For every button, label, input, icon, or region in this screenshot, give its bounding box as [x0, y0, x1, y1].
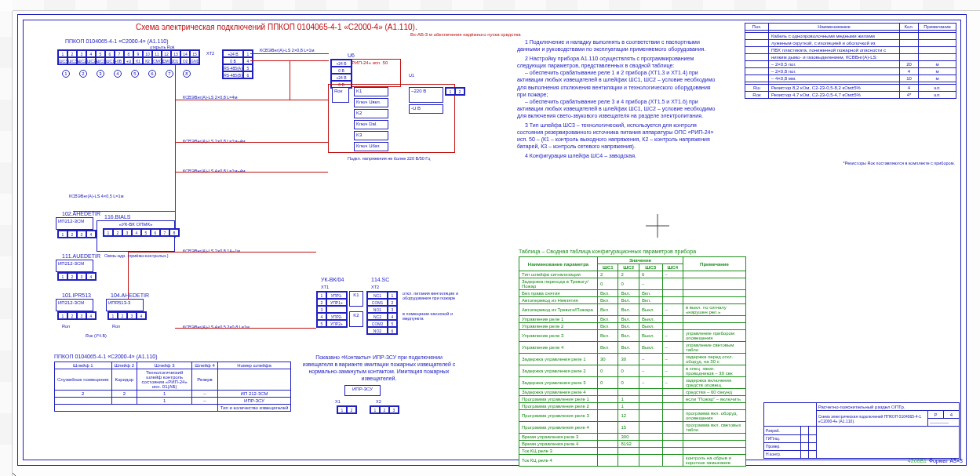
circle-3: 3: [97, 70, 104, 78]
main-device-terminals-names: ШС3-ШС3+ШС2-ШС2+ШС1-ШС1+0В+UК1К2CMC1CMC2…: [57, 56, 200, 65]
det-ref-2: 111.AUEDETIR: [62, 253, 100, 259]
det-terms-3: 1234: [57, 311, 97, 320]
det-box-1: ИП212-3СМ: [56, 217, 93, 230]
circle-5: 5: [131, 70, 139, 78]
ukvk-ref: 114.SC: [371, 277, 389, 282]
u1-rlabel: -U B: [409, 104, 443, 114]
circle-6: 6: [148, 70, 156, 78]
relay-k3: K3: [354, 131, 388, 140]
relay-note: Подкл. напряжения не более 220 В/50 Гц: [348, 156, 430, 161]
ukvk-k1: K1: [349, 291, 363, 307]
circle-2: 2: [79, 70, 87, 78]
ukvk-xt2: XT2: [371, 285, 379, 289]
det-ref-1: 102.AHEDETIR: [62, 211, 100, 216]
relay-kluch-ubkl: Ключ Uвкл.: [354, 98, 388, 107]
circle-7: 7: [166, 70, 173, 78]
main-device-label: ППКОП 0104065-4-1 «С2000-4» (А1.110): [65, 38, 169, 44]
ipr3su-note: Показано «Контакты» ИПР-3СУ при подключе…: [301, 354, 457, 382]
wire-label-3: КСВЭВнг(А)-LS 2×0,8 L=1м~4м: [183, 139, 245, 144]
ukvk-note2: в помещении насосной и медпункта: [403, 311, 473, 321]
ukvk-k2: K2: [349, 311, 363, 327]
det-ref-3: 101.IPR513: [62, 293, 91, 298]
wire-segment: [128, 252, 316, 253]
rok-label-3: Rок (УЧ.Б): [86, 333, 107, 338]
relay-kluch-dal: Ключ Dal.: [354, 120, 388, 129]
rip-ref: U6: [348, 53, 355, 58]
wire-label-6: КСВЭВнг(А)-LS 2×0,8 1A~1м: [183, 249, 240, 253]
wire-segment: [175, 142, 328, 143]
ukvk-note: откл. питания вентиляции и оборудования …: [403, 291, 473, 300]
rip-label: «РИП-24» исп. 50: [348, 60, 400, 66]
status-coord: 4268B1: [908, 458, 927, 463]
xt2-label: XT2: [206, 51, 214, 56]
circle-1: 1: [62, 70, 70, 78]
det-terms-2: 1234: [57, 272, 97, 281]
ukvk-label: УК-ВК/04: [321, 277, 344, 282]
relay-k1: K1: [354, 87, 388, 96]
ukvk-xt2-nums: 123456: [387, 291, 398, 335]
relay-k2: K2: [354, 109, 388, 118]
wire-segment: [250, 53, 329, 54]
status-format: Формат A3×3: [929, 458, 963, 463]
rok-label-2: Ron: [112, 324, 120, 329]
wire-label-7: КСВЭВнг(А)-LS 4×0,5 2×0,8 L=1м: [183, 325, 250, 329]
det-terms-1: 1234: [57, 230, 97, 238]
lower-table: Шлейф 1 Шлейф 2 Шлейф 3 Шлейф 4 Номер шл…: [54, 362, 291, 412]
ipr3su-x2-terms: 123: [370, 405, 399, 414]
ipr-ref: 104.AHEDETIR: [111, 293, 149, 298]
u1-terms-nums: 12: [445, 87, 465, 96]
ipr-terms: 1234: [107, 311, 147, 320]
config-table-title: Таблица – Сводная таблица конфигурационн…: [519, 248, 696, 255]
main-device-xt2-right: +24 В 0 В RS-485(A) RS-485(B): [222, 49, 244, 79]
wire-segment: [175, 328, 316, 329]
title-block: Расчетно-пояснительный раздел ОПТр. Схем…: [763, 402, 960, 459]
bom-footnote: *Резисторы Rок поставляются в комплекте …: [843, 161, 955, 165]
det-box-2: ИП212-3СМ: [56, 260, 93, 272]
ukvk-xt2-names: NC1 COM1 NO1 NC2 COM2 NO2: [366, 291, 388, 335]
cad-viewport[interactable]: Схема электрическая подключений ППКОП 01…: [0, 0, 980, 476]
bials-sub: Связь-адр. (приёмо-контрольн.): [104, 253, 175, 258]
rip-box: «РИП-24» исп. 50: [348, 59, 401, 87]
wire-segment: [175, 100, 328, 100]
config-table: Наименование параметра Значение Примечан…: [519, 256, 746, 467]
wire-label-4: КСВЭВнг(А)-LS 4×0,8 L=1м~4м: [183, 169, 245, 173]
ukvk-xt1: XT1: [321, 285, 329, 289]
crosshair-icon: [646, 214, 669, 238]
bom-table: Поз. Наименование Кол. Примечание Кабель…: [745, 23, 956, 99]
rok-label-1: Ron: [62, 324, 70, 329]
ipr3su-x2: X2: [376, 399, 381, 404]
circle-4: 4: [114, 70, 122, 78]
relay-inner-small: Rок: [332, 87, 349, 103]
relay-u1-ref: U1: [409, 73, 414, 78]
lower-table-title: ППКОП 0104065-4-1 «С2000-4» (А1.110): [54, 354, 158, 359]
ruler-vertical: [0, 11, 13, 476]
ipr3su-x1: X1: [335, 399, 341, 404]
wire-segment: [175, 172, 328, 173]
det-box-3: ИП212-3СМ: [56, 299, 93, 311]
bials-terms: 12345678: [103, 228, 180, 237]
bials-ref: 116.BIALS: [104, 214, 130, 220]
wire-label-1: КСВЭВнг(А)-LS 2×0,8 L=1м: [260, 48, 314, 53]
ipr3su-label: ИПР-3СУ: [344, 385, 381, 396]
drawing-title: Схема электрическая подключений ППКОП 01…: [136, 23, 417, 31]
u1-terminals: ~220 В: [409, 87, 443, 103]
ukvk-xt1-names: УПР1- УПР1+ УПР2- УПР2+: [326, 291, 348, 328]
relay-kluch-ubat: Ключ Uбат.: [354, 142, 388, 151]
drawing-sheet[interactable]: Схема электрическая подключений ППКОП 01…: [17, 14, 967, 466]
ipr-box: ИПR513-3: [106, 299, 144, 311]
wire-segment: [290, 60, 290, 100]
ipr3su-x1-terms: 12: [337, 405, 357, 414]
ruler-horizontal: [13, 0, 980, 11]
top-annotation: Вх-АБ-3 м обеспечения надёжного пуска ср…: [410, 32, 521, 37]
wire-segment: [175, 65, 176, 238]
circle-8: 8: [183, 70, 191, 78]
wire-label-5: КСВЭВнг(А)-LS 4×0,5 L=1м: [69, 194, 123, 198]
notes-block: 1 Подключение и наладку выполнять в соот…: [517, 38, 721, 160]
